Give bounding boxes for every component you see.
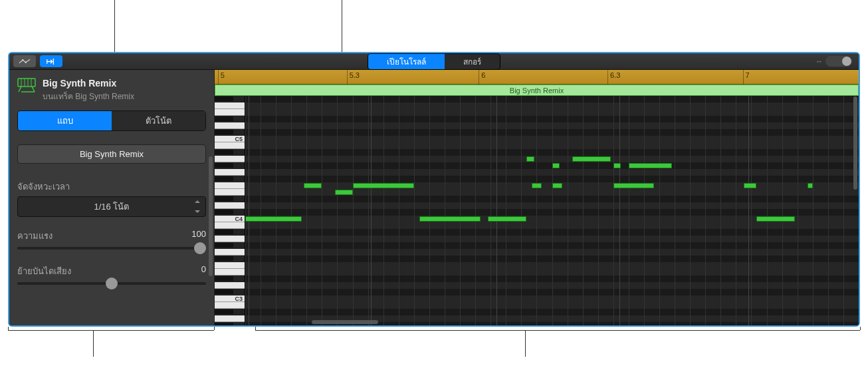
black-key[interactable] — [215, 116, 233, 121]
white-key[interactable] — [215, 156, 245, 162]
black-key[interactable] — [215, 130, 233, 134]
midi-note[interactable] — [572, 156, 611, 162]
gridline — [598, 96, 599, 325]
automation-tool-button[interactable] — [13, 55, 36, 67]
gridline — [659, 96, 660, 325]
callout-line — [255, 327, 256, 330]
zoom-slider-knob[interactable] — [842, 57, 851, 66]
black-key[interactable] — [215, 163, 233, 168]
piano-roll-area: 55.366.37 Big Synth Remix C5C4C3 — [215, 70, 859, 325]
horizontal-zoom[interactable]: ↔ — [815, 56, 852, 67]
view-tab-group: เปียโนโรลล์ สกอร์ — [368, 53, 500, 70]
tab-score[interactable]: สกอร์ — [445, 54, 500, 69]
midi-note[interactable] — [488, 216, 526, 222]
gridline — [798, 96, 798, 325]
midi-note[interactable] — [629, 163, 672, 168]
midi-note[interactable] — [552, 183, 562, 188]
tab-piano-roll[interactable]: เปียโนโรลล์ — [368, 54, 445, 69]
gridline — [306, 96, 307, 325]
svg-point-1 — [25, 62, 27, 64]
black-key[interactable] — [215, 323, 233, 327]
midi-note[interactable] — [353, 183, 414, 188]
white-key[interactable] — [215, 249, 245, 256]
midi-note[interactable] — [808, 183, 813, 188]
white-key[interactable] — [215, 282, 245, 289]
transpose-text: ย้ายบันไดเสียง — [17, 264, 71, 278]
horizontal-scroll-thumb[interactable] — [312, 320, 378, 324]
inspector-scrollbar[interactable] — [209, 156, 213, 276]
black-key[interactable] — [215, 230, 233, 234]
midi-note[interactable] — [419, 216, 481, 222]
track-header: Big Synth Remix บนแทร็ค Big Synth Remix — [9, 70, 214, 109]
piano-keyboard[interactable]: C5C4C3 — [215, 96, 245, 325]
white-key[interactable] — [215, 122, 245, 129]
white-key[interactable] — [215, 182, 245, 189]
transpose-slider-knob[interactable] — [106, 278, 118, 289]
black-key[interactable] — [215, 256, 233, 261]
white-key[interactable] — [215, 169, 245, 176]
barline — [748, 96, 749, 325]
midi-note[interactable] — [756, 216, 795, 222]
black-key[interactable] — [215, 96, 233, 101]
seg-region[interactable]: แถบ — [18, 111, 112, 130]
gridline — [383, 96, 384, 325]
horizontal-scrollbar[interactable] — [245, 320, 851, 324]
white-key[interactable] — [215, 315, 245, 322]
white-key[interactable] — [215, 189, 245, 196]
white-key[interactable] — [215, 269, 245, 276]
grid-container: C5C4C3 — [215, 96, 859, 325]
black-key[interactable] — [215, 276, 233, 281]
gridline — [782, 96, 783, 325]
time-quantize-dropdown[interactable]: 1/16 โน้ต — [17, 196, 206, 217]
midi-note[interactable] — [532, 183, 542, 188]
transpose-slider[interactable] — [17, 282, 206, 285]
strength-slider-knob[interactable] — [194, 242, 206, 254]
midi-note[interactable] — [552, 163, 560, 168]
catch-playhead-button[interactable] — [40, 55, 62, 67]
gridline — [291, 96, 292, 325]
midi-note[interactable] — [613, 163, 621, 168]
midi-note[interactable] — [335, 190, 353, 195]
midi-note[interactable] — [613, 183, 655, 188]
inspector-params: Big Synth Remix จัดจังหวะเวลา 1/16 โน้ต … — [9, 138, 214, 325]
white-key[interactable] — [215, 302, 245, 309]
black-key[interactable] — [215, 150, 233, 154]
time-ruler[interactable]: 55.366.37 — [215, 70, 859, 85]
vertical-scrollbar[interactable] — [853, 96, 857, 190]
note-grid[interactable] — [245, 96, 859, 325]
svg-rect-2 — [53, 59, 54, 65]
ruler-tick — [347, 70, 348, 85]
black-key[interactable] — [215, 210, 233, 214]
white-key[interactable] — [215, 236, 245, 242]
zoom-slider-track[interactable] — [825, 56, 852, 67]
region-strip[interactable]: Big Synth Remix — [215, 85, 859, 96]
strength-slider[interactable] — [17, 247, 206, 250]
black-key[interactable] — [215, 289, 233, 294]
black-key[interactable] — [215, 309, 233, 314]
black-key[interactable] — [215, 176, 233, 181]
black-key[interactable] — [215, 243, 233, 248]
barline — [249, 96, 249, 325]
midi-note[interactable] — [526, 156, 534, 162]
track-subtitle: บนแทร็ค Big Synth Remix — [43, 90, 134, 102]
region-name-field[interactable]: Big Synth Remix — [17, 144, 206, 164]
white-key[interactable] — [215, 109, 245, 116]
white-key[interactable] — [215, 102, 245, 109]
gridline — [644, 96, 645, 325]
black-key[interactable] — [215, 196, 233, 201]
barline — [496, 96, 497, 325]
seg-notes[interactable]: ตัวโน้ต — [112, 111, 205, 130]
white-key[interactable] — [215, 202, 245, 209]
white-key[interactable] — [215, 262, 245, 269]
gridline — [414, 96, 415, 325]
white-key[interactable] — [215, 142, 245, 149]
midi-note[interactable] — [744, 183, 756, 188]
white-key[interactable] — [215, 222, 245, 229]
callout-line — [93, 330, 94, 357]
midi-note[interactable] — [304, 183, 322, 188]
svg-rect-3 — [18, 79, 35, 87]
gridline — [767, 96, 768, 325]
gridline — [736, 96, 736, 325]
gridline — [261, 96, 261, 325]
midi-note[interactable] — [245, 216, 302, 222]
